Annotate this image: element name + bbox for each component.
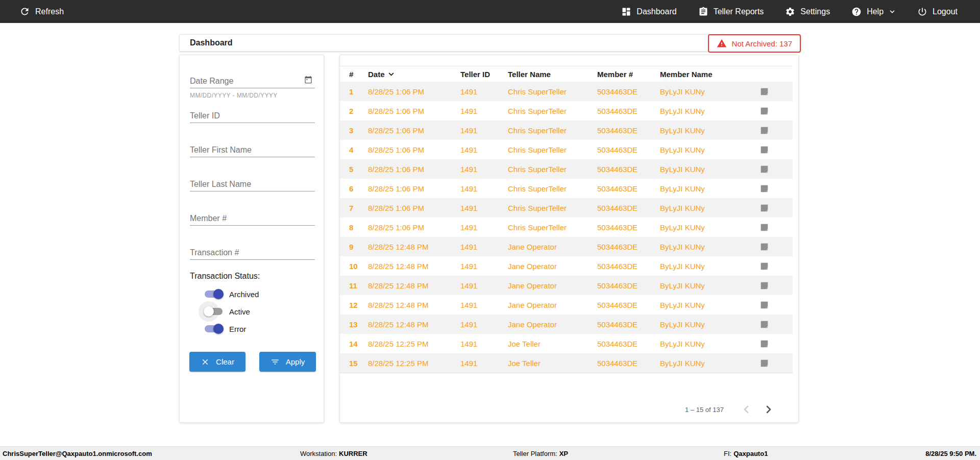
not-archived-badge[interactable]: Not Archived: 137 — [708, 34, 801, 53]
next-page-button[interactable] — [757, 398, 780, 421]
table-row[interactable]: 7 8/28/25 1:06 PM 1491 Chris SuperTeller… — [340, 198, 793, 217]
note-icon[interactable] — [760, 320, 793, 329]
row-number: 2 — [349, 107, 368, 115]
status-toggle-row[interactable]: Error — [205, 324, 246, 334]
note-icon[interactable] — [760, 223, 793, 232]
nav-teller-reports[interactable]: Teller Reports — [698, 7, 764, 17]
note-icon[interactable] — [760, 87, 793, 96]
column-header-member-number[interactable]: Member # — [597, 70, 660, 79]
table-row[interactable]: 6 8/28/25 1:06 PM 1491 Chris SuperTeller… — [340, 179, 793, 198]
status-toggle-row[interactable]: Archived — [205, 289, 259, 299]
refresh-label: Refresh — [35, 7, 64, 16]
top-navbar: Refresh Dashboard Teller Reports Setting… — [0, 0, 980, 23]
cell-date: 8/28/25 12:48 PM — [368, 301, 460, 309]
table-row[interactable]: 1 8/28/25 1:06 PM 1491 Chris SuperTeller… — [340, 82, 793, 101]
table-row[interactable]: 12 8/28/25 12:48 PM 1491 Jane Operator 5… — [340, 295, 793, 314]
note-icon[interactable] — [760, 359, 793, 368]
cell-teller-name: Chris SuperTeller — [508, 107, 597, 115]
teller-first-name-input[interactable] — [190, 143, 315, 157]
cell-teller-name: Chris SuperTeller — [508, 223, 597, 232]
cell-teller-id: 1491 — [460, 223, 508, 232]
cell-member-number: 5034463DE — [597, 301, 660, 309]
transaction-number-input[interactable] — [190, 246, 315, 259]
table-row[interactable]: 3 8/28/25 1:06 PM 1491 Chris SuperTeller… — [340, 120, 793, 140]
teller-last-name-input[interactable] — [190, 178, 315, 191]
refresh-icon — [19, 6, 30, 17]
member-number-field[interactable] — [190, 212, 315, 226]
row-number: 10 — [349, 262, 368, 271]
cell-member-name: ByLyJI KUNy — [660, 204, 760, 212]
workstation-status: Workstation:KURRER — [300, 450, 368, 457]
table-row[interactable]: 14 8/28/25 12:25 PM 1491 Joe Teller 5034… — [340, 334, 793, 353]
table-row[interactable]: 8 8/28/25 1:06 PM 1491 Chris SuperTeller… — [340, 217, 793, 237]
note-icon[interactable] — [760, 146, 793, 154]
clipboard-icon — [698, 7, 708, 17]
transaction-number-field[interactable] — [190, 246, 315, 260]
refresh-button[interactable]: Refresh — [19, 6, 64, 17]
cell-date: 8/28/25 12:25 PM — [368, 340, 460, 348]
note-icon[interactable] — [760, 301, 793, 309]
nav-logout[interactable]: Logout — [917, 7, 958, 17]
note-icon[interactable] — [760, 107, 793, 115]
cell-teller-id: 1491 — [460, 126, 508, 135]
archived-toggle[interactable] — [205, 289, 224, 299]
note-icon[interactable] — [760, 165, 793, 174]
teller-id-field[interactable] — [190, 109, 315, 123]
cell-member-name: ByLyJI KUNy — [660, 243, 760, 251]
table-row[interactable]: 4 8/28/25 1:06 PM 1491 Chris SuperTeller… — [340, 140, 793, 159]
nav-settings[interactable]: Settings — [785, 7, 830, 17]
filter-icon — [271, 357, 280, 367]
page-header: Dashboard Not Archived: 137 — [179, 34, 801, 52]
dashboard-icon — [621, 7, 631, 17]
apply-button[interactable]: Apply — [259, 352, 316, 372]
row-number: 12 — [349, 301, 368, 309]
member-number-input[interactable] — [190, 212, 315, 225]
cell-teller-name: Jane Operator — [508, 262, 597, 271]
date-range-field[interactable] — [190, 75, 315, 88]
teller-first-name-field[interactable] — [190, 143, 315, 157]
teller-last-name-field[interactable] — [190, 178, 315, 191]
table-row[interactable]: 2 8/28/25 1:06 PM 1491 Chris SuperTeller… — [340, 101, 793, 120]
table-row[interactable]: 10 8/28/25 12:48 PM 1491 Jane Operator 5… — [340, 256, 793, 276]
error-toggle[interactable] — [205, 324, 224, 334]
note-icon[interactable] — [760, 340, 793, 348]
clear-button[interactable]: Clear — [189, 352, 246, 372]
column-header-teller-name[interactable]: Teller Name — [508, 70, 597, 79]
table-row[interactable]: 9 8/28/25 12:48 PM 1491 Jane Operator 50… — [340, 237, 793, 256]
note-icon[interactable] — [760, 243, 793, 251]
chevron-down-icon — [889, 8, 896, 15]
column-header-date[interactable]: Date — [368, 70, 460, 79]
note-icon[interactable] — [760, 262, 793, 271]
note-icon[interactable] — [760, 184, 793, 193]
not-archived-label: Not Archived: 137 — [732, 39, 792, 48]
nav-help[interactable]: Help — [851, 7, 896, 17]
cell-member-number: 5034463DE — [597, 281, 660, 290]
cell-member-number: 5034463DE — [597, 87, 660, 96]
nav-help-label: Help — [867, 7, 884, 16]
calendar-icon[interactable] — [304, 76, 312, 86]
note-icon[interactable] — [760, 126, 793, 135]
cell-teller-id: 1491 — [460, 146, 508, 154]
status-toggle-row[interactable]: Active — [205, 306, 250, 317]
nav-logout-label: Logout — [933, 7, 958, 16]
row-number: 1 — [349, 87, 368, 96]
date-range-input[interactable] — [190, 75, 315, 88]
table-row[interactable]: 5 8/28/25 1:06 PM 1491 Chris SuperTeller… — [340, 159, 793, 179]
note-icon[interactable] — [760, 281, 793, 290]
column-header-teller-id[interactable]: Teller ID — [460, 70, 508, 79]
column-header-member-name[interactable]: Member Name — [660, 70, 760, 79]
cell-teller-name: Jane Operator — [508, 281, 597, 290]
nav-dashboard[interactable]: Dashboard — [621, 7, 676, 17]
cell-member-number: 5034463DE — [597, 165, 660, 174]
column-header-number[interactable]: # — [349, 70, 368, 79]
cell-member-number: 5034463DE — [597, 320, 660, 329]
active-toggle[interactable] — [205, 306, 224, 317]
note-icon[interactable] — [760, 204, 793, 212]
teller-id-input[interactable] — [190, 109, 315, 123]
cell-teller-id: 1491 — [460, 165, 508, 174]
table-row[interactable]: 15 8/28/25 12:25 PM 1491 Joe Teller 5034… — [340, 353, 793, 373]
table-row[interactable]: 13 8/28/25 12:48 PM 1491 Jane Operator 5… — [340, 314, 793, 334]
cell-member-name: ByLyJI KUNy — [660, 359, 760, 368]
previous-page-button[interactable] — [735, 398, 757, 421]
table-row[interactable]: 11 8/28/25 12:48 PM 1491 Jane Operator 5… — [340, 276, 793, 295]
